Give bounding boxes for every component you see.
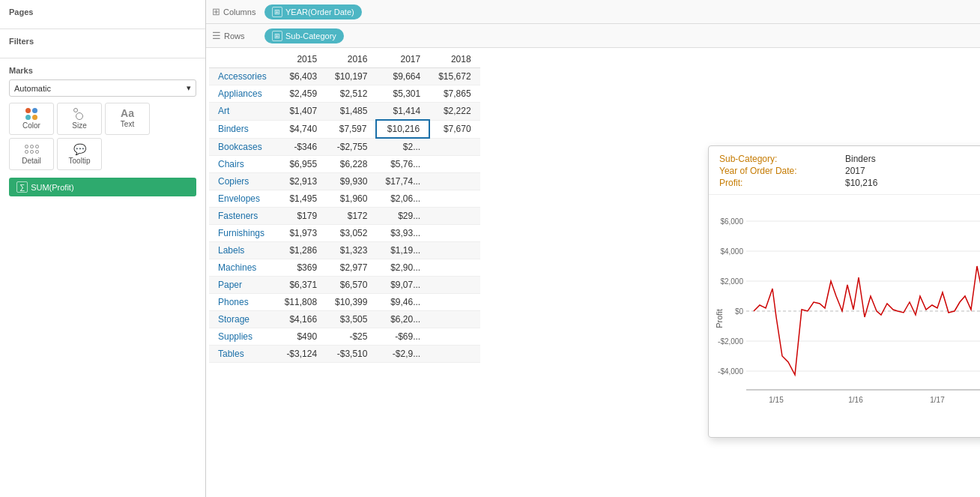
cell-phones-2017[interactable]: $9,46... [376, 294, 429, 311]
cell-copiers-2018[interactable] [429, 173, 480, 190]
cell-paper-2018[interactable] [429, 277, 480, 294]
cell-tables-2017[interactable]: -$2,9... [376, 346, 429, 363]
cell-paper-2017[interactable]: $9,07... [376, 277, 429, 294]
cell-art-2015[interactable]: $1,407 [276, 103, 326, 121]
cell-accessories-2016[interactable]: $10,197 [326, 68, 376, 85]
row-subcategory[interactable]: Paper [209, 277, 276, 294]
cell-envelopes-2017[interactable]: $2,06... [376, 190, 429, 208]
cell-appliances-2015[interactable]: $2,459 [276, 85, 326, 103]
cell-supplies-2015[interactable]: $490 [276, 328, 326, 346]
cell-art-2017[interactable]: $1,414 [376, 103, 429, 121]
row-subcategory[interactable]: Storage [209, 311, 276, 328]
columns-label-text: Columns [223, 7, 255, 16]
cell-envelopes-2015[interactable]: $1,495 [276, 190, 326, 208]
row-subcategory[interactable]: Bookcases [209, 138, 276, 156]
row-subcategory[interactable]: Furnishings [209, 225, 276, 242]
cell-machines-2015[interactable]: $369 [276, 259, 326, 277]
table-row: Chairs$6,955$6,228$5,76... [209, 156, 480, 173]
cell-labels-2017[interactable]: $1,19... [376, 242, 429, 259]
cell-fasteners-2016[interactable]: $172 [326, 208, 376, 225]
row-subcategory[interactable]: Phones [209, 294, 276, 311]
cell-supplies-2016[interactable]: -$25 [326, 328, 376, 346]
cell-supplies-2017[interactable]: -$69... [376, 328, 429, 346]
text-button[interactable]: Aa Text [105, 103, 150, 135]
cell-furnishings-2015[interactable]: $1,973 [276, 225, 326, 242]
cell-machines-2018[interactable] [429, 259, 480, 277]
cell-tables-2016[interactable]: -$3,510 [326, 346, 376, 363]
cell-paper-2015[interactable]: $6,371 [276, 277, 326, 294]
cell-labels-2015[interactable]: $1,286 [276, 242, 326, 259]
row-subcategory[interactable]: Accessories [209, 68, 276, 85]
cell-paper-2016[interactable]: $6,570 [326, 277, 376, 294]
cell-binders-2016[interactable]: $7,597 [326, 120, 376, 138]
cell-binders-2018[interactable]: $7,670 [429, 120, 480, 138]
cell-furnishings-2016[interactable]: $3,052 [326, 225, 376, 242]
tooltip-button[interactable]: 💬 Tooltip [57, 138, 102, 170]
cell-furnishings-2018[interactable] [429, 225, 480, 242]
cell-copiers-2015[interactable]: $2,913 [276, 173, 326, 190]
cell-storage-2015[interactable]: $4,166 [276, 311, 326, 328]
cell-fasteners-2015[interactable]: $179 [276, 208, 326, 225]
cell-bookcases-2018[interactable] [429, 138, 480, 156]
cell-storage-2018[interactable] [429, 311, 480, 328]
row-subcategory[interactable]: Binders [209, 120, 276, 138]
cell-art-2018[interactable]: $2,222 [429, 103, 480, 121]
row-subcategory[interactable]: Machines [209, 259, 276, 277]
cell-bookcases-2015[interactable]: -$346 [276, 138, 326, 156]
cell-accessories-2015[interactable]: $6,403 [276, 68, 326, 85]
columns-pill[interactable]: ⊞ YEAR(Order Date) [264, 4, 362, 19]
cell-binders-2017[interactable]: $10,216 [376, 120, 429, 138]
cell-phones-2016[interactable]: $10,399 [326, 294, 376, 311]
row-subcategory[interactable]: Envelopes [209, 190, 276, 208]
row-subcategory[interactable]: Copiers [209, 173, 276, 190]
cell-supplies-2018[interactable] [429, 328, 480, 346]
size-button[interactable]: Size [57, 103, 102, 135]
cell-accessories-2017[interactable]: $9,664 [376, 68, 429, 85]
cell-fasteners-2017[interactable]: $29... [376, 208, 429, 225]
cell-fasteners-2018[interactable] [429, 208, 480, 225]
cell-appliances-2017[interactable]: $5,301 [376, 85, 429, 103]
cell-envelopes-2016[interactable]: $1,960 [326, 190, 376, 208]
cell-storage-2016[interactable]: $3,505 [326, 311, 376, 328]
row-subcategory[interactable]: Tables [209, 346, 276, 363]
detail-button[interactable]: Detail [9, 138, 54, 170]
row-subcategory[interactable]: Supplies [209, 328, 276, 346]
cell-appliances-2018[interactable]: $7,865 [429, 85, 480, 103]
cell-chairs-2017[interactable]: $5,76... [376, 156, 429, 173]
cell-phones-2018[interactable] [429, 294, 480, 311]
cell-storage-2017[interactable]: $6,20... [376, 311, 429, 328]
cell-art-2016[interactable]: $1,485 [326, 103, 376, 121]
cell-labels-2016[interactable]: $1,323 [326, 242, 376, 259]
row-subcategory[interactable]: Appliances [209, 85, 276, 103]
row-subcategory[interactable]: Art [209, 103, 276, 121]
row-subcategory[interactable]: Fasteners [209, 208, 276, 225]
cell-bookcases-2016[interactable]: -$2,755 [326, 138, 376, 156]
sum-profit-button[interactable]: ∑ SUM(Profit) [9, 178, 196, 196]
filters-label: Filters [9, 37, 196, 46]
cell-chairs-2015[interactable]: $6,955 [276, 156, 326, 173]
cell-chairs-2016[interactable]: $6,228 [326, 156, 376, 173]
cell-chairs-2018[interactable] [429, 156, 480, 173]
cell-appliances-2016[interactable]: $2,512 [326, 85, 376, 103]
cell-machines-2016[interactable]: $2,977 [326, 259, 376, 277]
detail-dot [35, 145, 39, 148]
cell-labels-2018[interactable] [429, 242, 480, 259]
cell-binders-2015[interactable]: $4,740 [276, 120, 326, 138]
tooltip-year-label: Year of Order Date: [719, 166, 839, 176]
cell-envelopes-2018[interactable] [429, 190, 480, 208]
cell-phones-2015[interactable]: $11,808 [276, 294, 326, 311]
color-button[interactable]: Color [9, 103, 54, 135]
cell-copiers-2016[interactable]: $9,930 [326, 173, 376, 190]
cell-furnishings-2017[interactable]: $3,93... [376, 225, 429, 242]
cell-tables-2015[interactable]: -$3,124 [276, 346, 326, 363]
rows-pill[interactable]: ⊞ Sub-Category [264, 28, 344, 43]
table-row: Storage$4,166$3,505$6,20... [209, 311, 480, 328]
cell-bookcases-2017[interactable]: $2... [376, 138, 429, 156]
marks-type-dropdown[interactable]: Automatic ▾ [9, 79, 196, 97]
row-subcategory[interactable]: Labels [209, 242, 276, 259]
cell-copiers-2017[interactable]: $17,74... [376, 173, 429, 190]
row-subcategory[interactable]: Chairs [209, 156, 276, 173]
cell-machines-2017[interactable]: $2,90... [376, 259, 429, 277]
cell-accessories-2018[interactable]: $15,672 [429, 68, 480, 85]
cell-tables-2018[interactable] [429, 346, 480, 363]
